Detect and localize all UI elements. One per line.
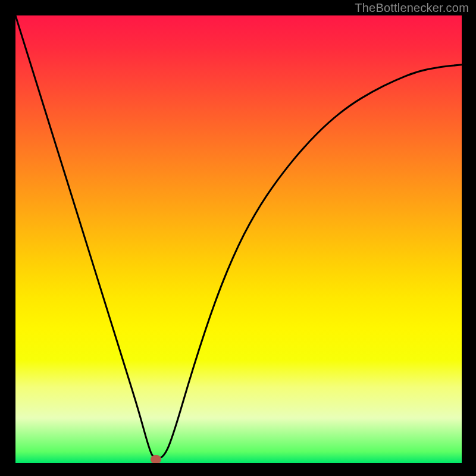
optimal-point-marker	[151, 455, 161, 463]
watermark-text: TheBottlenecker.com	[355, 1, 469, 15]
bottleneck-curve	[15, 15, 462, 463]
chart-frame: TheBottlenecker.com	[0, 0, 476, 476]
plot-area	[15, 15, 462, 463]
